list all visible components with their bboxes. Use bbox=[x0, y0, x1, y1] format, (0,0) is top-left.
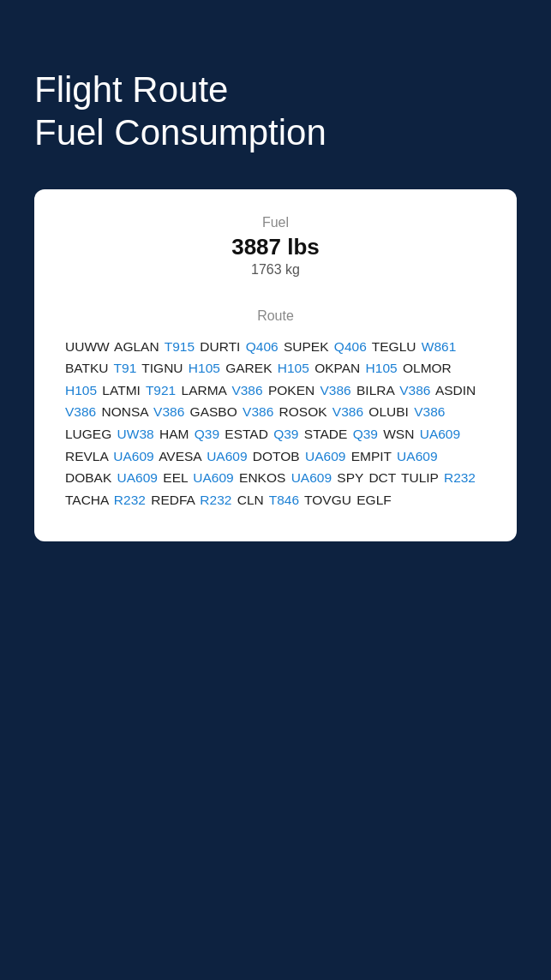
route-waypoint-plain: GASBO bbox=[184, 404, 243, 419]
route-waypoint-blue: H105 bbox=[278, 361, 309, 375]
route-waypoint-plain: DOBAK bbox=[65, 470, 117, 485]
route-waypoint-blue: R232 bbox=[200, 493, 231, 507]
route-waypoint-plain: TOVGU EGLF bbox=[299, 493, 392, 507]
route-waypoint-blue: UA609 bbox=[117, 470, 158, 485]
route-waypoint-plain: STADE bbox=[298, 427, 352, 441]
route-waypoint-blue: UW38 bbox=[117, 427, 154, 441]
route-waypoint-plain: CLN bbox=[231, 493, 268, 507]
fuel-label: Fuel bbox=[65, 215, 486, 230]
route-waypoint-blue: H105 bbox=[189, 361, 220, 375]
route-waypoint-blue: UA609 bbox=[397, 449, 437, 463]
route-waypoint-plain: REVLA bbox=[65, 449, 113, 463]
route-waypoint-plain: HAM bbox=[154, 427, 195, 441]
route-waypoint-plain: TACHA bbox=[65, 493, 114, 507]
fuel-lbs: 3887 lbs bbox=[65, 234, 486, 260]
route-waypoint-blue: Q39 bbox=[353, 427, 378, 441]
route-waypoint-plain: ENKOS bbox=[234, 470, 291, 485]
route-waypoint-blue: Q406 bbox=[246, 339, 278, 354]
route-waypoint-plain: NONSA bbox=[96, 404, 153, 419]
route-waypoint-blue: UA609 bbox=[207, 449, 247, 463]
route-waypoint-plain: DOTOB bbox=[248, 449, 305, 463]
route-waypoint-blue: UA609 bbox=[420, 427, 460, 441]
route-waypoint-plain: AVESA bbox=[154, 449, 207, 463]
fuel-section: Fuel 3887 lbs 1763 kg bbox=[65, 215, 486, 278]
route-waypoint-plain: UUWW bbox=[65, 339, 110, 354]
route-waypoint-plain: EMPIT bbox=[345, 449, 397, 463]
fuel-kg: 1763 kg bbox=[65, 262, 486, 278]
route-waypoint-blue: H105 bbox=[366, 361, 398, 375]
route-waypoint-plain: REDFA bbox=[146, 493, 200, 507]
route-waypoint-blue: V386 bbox=[153, 404, 184, 419]
info-card: Fuel 3887 lbs 1763 kg Route UUWW AGLAN T… bbox=[34, 189, 517, 542]
route-waypoint-blue: UA609 bbox=[193, 470, 233, 485]
route-waypoint-blue: T921 bbox=[146, 383, 176, 397]
route-waypoint-plain: GAREK bbox=[220, 361, 278, 375]
route-text: UUWW AGLAN T915 DURTI Q406 SUPEK Q406 TE… bbox=[65, 336, 486, 511]
route-waypoint-plain: DURTI bbox=[195, 339, 246, 354]
route-waypoint-blue: V386 bbox=[243, 404, 273, 419]
route-waypoint-plain: POKEN bbox=[263, 383, 320, 397]
route-waypoint-blue: T846 bbox=[269, 493, 299, 507]
route-waypoint-blue: H105 bbox=[65, 383, 97, 397]
route-waypoint-plain: SPY DCT TULIP bbox=[332, 470, 444, 485]
route-waypoint-plain: ESTAD bbox=[219, 427, 273, 441]
route-waypoint-plain: EEL bbox=[158, 470, 193, 485]
route-waypoint-blue: Q406 bbox=[334, 339, 367, 354]
route-waypoint-plain: BILRA bbox=[351, 383, 400, 397]
route-waypoint-blue: UA609 bbox=[291, 470, 332, 485]
route-waypoint-blue: T91 bbox=[114, 361, 137, 375]
route-waypoint-blue: V386 bbox=[332, 404, 363, 419]
route-waypoint-blue: V386 bbox=[231, 383, 262, 397]
route-waypoint-plain: OKPAN bbox=[309, 361, 366, 375]
route-waypoint-plain: AGLAN bbox=[110, 339, 165, 354]
route-section: Route UUWW AGLAN T915 DURTI Q406 SUPEK Q… bbox=[65, 308, 486, 511]
route-waypoint-blue: V386 bbox=[65, 404, 96, 419]
route-waypoint-blue: V386 bbox=[320, 383, 351, 397]
route-waypoint-plain: BATKU bbox=[65, 361, 114, 375]
route-waypoint-blue: UA609 bbox=[113, 449, 153, 463]
route-waypoint-plain: OLUBI bbox=[363, 404, 414, 419]
route-waypoint-blue: Q39 bbox=[273, 427, 298, 441]
route-waypoint-plain: OLMOR bbox=[398, 361, 452, 375]
route-waypoint-blue: W861 bbox=[422, 339, 457, 354]
route-waypoint-blue: R232 bbox=[114, 493, 146, 507]
route-waypoint-blue: V386 bbox=[399, 383, 430, 397]
route-waypoint-plain: LUGEG bbox=[65, 427, 117, 441]
route-waypoint-blue: Q39 bbox=[195, 427, 219, 441]
route-waypoint-plain: TIGNU bbox=[136, 361, 189, 375]
route-label: Route bbox=[65, 308, 486, 324]
route-waypoint-blue: R232 bbox=[444, 470, 476, 485]
route-waypoint-plain: TEGLU bbox=[367, 339, 422, 354]
page-container: Flight Route Fuel Consumption Fuel 3887 … bbox=[0, 0, 551, 980]
route-waypoint-blue: V386 bbox=[414, 404, 445, 419]
route-waypoint-plain: LARMA bbox=[176, 383, 231, 397]
route-waypoint-plain: SUPEK bbox=[278, 339, 334, 354]
page-title: Flight Route Fuel Consumption bbox=[34, 69, 517, 155]
route-waypoint-plain: ROSOK bbox=[273, 404, 332, 419]
route-waypoint-plain: WSN bbox=[378, 427, 420, 441]
route-waypoint-blue: T915 bbox=[165, 339, 195, 354]
route-waypoint-plain: LATMI bbox=[97, 383, 146, 397]
route-waypoint-plain: ASDIN bbox=[430, 383, 476, 397]
route-waypoint-blue: UA609 bbox=[305, 449, 345, 463]
